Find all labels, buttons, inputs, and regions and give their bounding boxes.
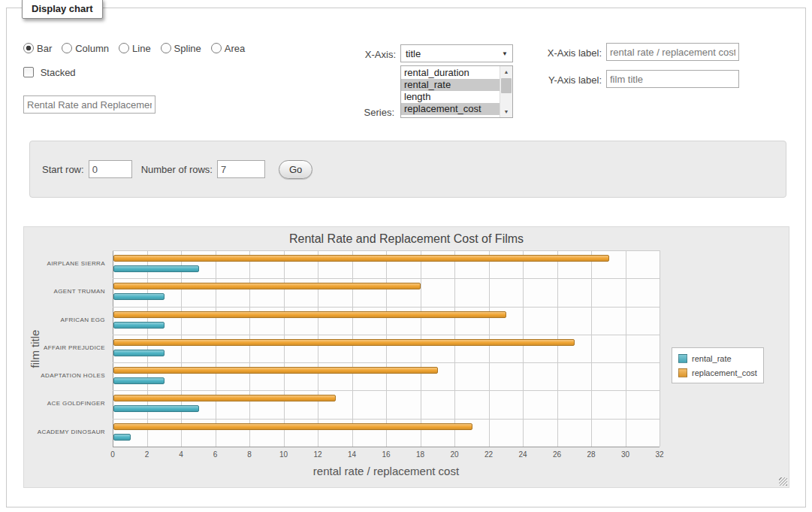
bar-rental_rate — [113, 293, 165, 300]
series-multiselect[interactable]: rental_durationrental_ratelengthreplacem… — [400, 65, 513, 118]
bar-rental_rate — [113, 405, 199, 412]
x-tick-label: 14 — [341, 450, 364, 459]
bar-rental_rate — [113, 434, 131, 441]
bar-rental_rate — [113, 377, 165, 384]
resize-handle-icon[interactable] — [779, 477, 787, 486]
gridline-horizontal — [113, 447, 660, 447]
chart-legend: rental_ratereplacement_cost — [672, 347, 764, 383]
gridline-horizontal — [113, 278, 660, 279]
go-button[interactable]: Go — [279, 160, 312, 179]
x-tick-label: 26 — [546, 450, 569, 459]
chart-type-option-line[interactable]: Line — [119, 43, 151, 54]
gridline-horizontal — [113, 362, 660, 363]
number-of-rows-label: Number of rows: — [141, 164, 213, 175]
series-select-label: Series: — [322, 107, 394, 118]
legend-entry-rental_rate: rental_rate — [678, 351, 757, 365]
radio-label: Area — [225, 43, 245, 54]
series-option-rental_rate[interactable]: rental_rate — [401, 79, 500, 91]
start-row-input[interactable] — [89, 160, 132, 178]
x-tick-label: 28 — [580, 450, 602, 459]
stacked-checkbox[interactable] — [23, 67, 34, 77]
chart-type-option-spline[interactable]: Spline — [161, 43, 201, 54]
gridline-vertical — [147, 250, 148, 447]
gridline-vertical — [216, 250, 216, 447]
gridline-vertical — [489, 250, 490, 447]
gridline-vertical — [591, 250, 592, 447]
series-option-replacement_cost[interactable]: replacement_cost — [401, 103, 500, 115]
x-axis-select-label: X-Axis: — [322, 49, 396, 60]
gridline-vertical — [386, 250, 387, 447]
x-tick-label: 16 — [375, 450, 397, 459]
chart-type-option-area[interactable]: Area — [211, 43, 245, 54]
radio-label: Bar — [37, 43, 52, 54]
category-label: AIRPLANE SIERRA — [24, 260, 105, 268]
series-options: rental_durationrental_ratelengthreplacem… — [401, 67, 500, 115]
x-tick-label: 0 — [101, 450, 124, 459]
x-tick-label: 20 — [443, 450, 466, 459]
radio-icon[interactable] — [161, 43, 171, 53]
x-tick-label: 24 — [512, 450, 534, 459]
bar-rental_rate — [113, 350, 165, 356]
radio-icon[interactable] — [119, 43, 129, 53]
category-label: AGENT TRUMAN — [24, 288, 105, 295]
display-chart-panel: Display chart BarColumnLineSplineArea St… — [6, 8, 806, 507]
radio-label: Column — [75, 43, 109, 54]
x-tick-label: 2 — [136, 450, 158, 459]
scrollbar-down-arrow-icon[interactable]: ▼ — [500, 106, 512, 117]
x-tick-label: 30 — [614, 450, 637, 459]
gridline-horizontal — [113, 419, 660, 420]
gridline-vertical — [352, 250, 353, 447]
series-option-length[interactable]: length — [401, 91, 500, 103]
gridline-horizontal — [113, 390, 660, 391]
chart-type-option-column[interactable]: Column — [62, 43, 109, 54]
gridline-vertical — [113, 250, 113, 447]
row-controls-panel: Start row: Number of rows: Go — [29, 141, 786, 198]
x-axis-label-input[interactable] — [606, 43, 739, 61]
x-axis-title: rental rate / replacement cost — [113, 465, 660, 477]
chart-title-input[interactable] — [23, 95, 155, 114]
x-tick-label: 18 — [409, 450, 432, 459]
series-option-rental_duration[interactable]: rental_duration — [401, 67, 500, 79]
gridline-vertical — [318, 250, 318, 447]
chart-type-option-bar[interactable]: Bar — [23, 43, 52, 54]
legend-swatch — [678, 354, 687, 363]
bar-replacement_cost — [113, 339, 575, 346]
radio-label: Spline — [174, 43, 201, 54]
bar-rental_rate — [113, 265, 199, 272]
x-tick-label: 22 — [478, 450, 500, 459]
stacked-label: Stacked — [41, 67, 76, 78]
start-row-label: Start row: — [42, 164, 84, 175]
gridline-vertical — [523, 250, 524, 447]
legend-entry-replacement_cost: replacement_cost — [678, 365, 757, 380]
x-tick-label: 8 — [238, 450, 261, 459]
number-of-rows-input[interactable] — [217, 160, 265, 178]
category-label: ACE GOLDFINGER — [24, 400, 105, 407]
bar-replacement_cost — [113, 255, 609, 262]
gridline-vertical — [249, 250, 250, 447]
y-axis-label-input[interactable] — [606, 70, 739, 88]
gridline-horizontal — [113, 335, 660, 335]
bar-rental_rate — [113, 322, 165, 329]
gridline-vertical — [454, 250, 455, 447]
legend-swatch — [678, 368, 687, 377]
chart-container: Rental Rate and Replacement Cost of Film… — [23, 226, 789, 488]
gridline-vertical — [626, 250, 626, 447]
gridline-vertical — [557, 250, 558, 447]
stacked-checkbox-row[interactable]: Stacked — [23, 67, 76, 78]
radio-icon[interactable] — [211, 43, 222, 53]
gridline-vertical — [181, 250, 182, 447]
radio-icon[interactable] — [23, 43, 34, 53]
gridline-horizontal — [113, 307, 660, 308]
category-label: AFFAIR PREJUDICE — [24, 344, 105, 352]
bar-replacement_cost — [113, 395, 336, 401]
x-tick-label: 10 — [273, 450, 295, 459]
legend-label: rental_rate — [692, 354, 732, 363]
x-tick-label: 4 — [170, 450, 192, 459]
category-label: AFRICAN EGG — [24, 317, 105, 324]
chart-type-radiogroup: BarColumnLineSplineArea — [23, 43, 255, 54]
x-tick-label: 6 — [204, 450, 227, 459]
y-axis-label-label: Y-Axis label: — [495, 74, 602, 86]
x-tick-label: 12 — [306, 450, 329, 459]
radio-label: Line — [132, 43, 151, 54]
radio-icon[interactable] — [62, 43, 72, 53]
